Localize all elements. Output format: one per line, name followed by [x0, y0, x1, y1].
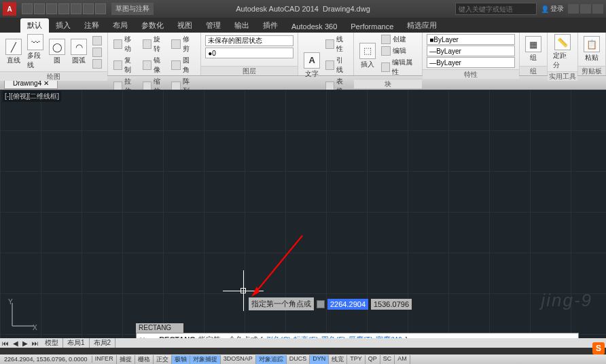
layout-nav-last[interactable]: ⏭: [30, 340, 41, 347]
tab-view[interactable]: 视图: [171, 18, 199, 33]
status-toggle-栅格[interactable]: 栅格: [135, 355, 154, 364]
workspace-dropdown[interactable]: 草图与注释: [111, 3, 154, 15]
lineweight-dropdown[interactable]: — ByLayer: [427, 46, 515, 56]
svg-text:X: X: [33, 324, 37, 331]
create-block-icon: [381, 35, 391, 44]
text-icon: A: [304, 52, 320, 69]
panel-layers-title[interactable]: 图层: [201, 66, 298, 75]
arc-button[interactable]: ◠圆弧: [69, 39, 88, 65]
circle-button[interactable]: ◯圆: [48, 39, 67, 65]
block-edit-button[interactable]: 编辑: [380, 46, 418, 56]
dim-icon: [325, 39, 334, 49]
tab-layout[interactable]: 布局: [106, 18, 135, 33]
title-bar: A 草图与注释 Autodesk AutoCAD 2014 Drawing4.d…: [0, 0, 606, 18]
copy-button[interactable]: 复制: [112, 55, 139, 75]
trim-button[interactable]: 修剪: [170, 34, 196, 54]
qat-saveas-icon[interactable]: [58, 3, 69, 14]
polyline-button[interactable]: 〰多段线: [26, 34, 45, 70]
maximize-button[interactable]: [580, 4, 591, 14]
layout-nav-first[interactable]: ⏮: [0, 340, 11, 347]
status-toggle-对象捕捉[interactable]: 对象捕捉: [190, 355, 221, 364]
dynamic-input-y[interactable]: 1536.0796: [371, 299, 412, 310]
qat-open-icon[interactable]: [34, 3, 45, 14]
tab-parametric[interactable]: 参数化: [135, 18, 171, 33]
close-button[interactable]: [592, 4, 603, 14]
layout-nav-prev[interactable]: ◀: [11, 340, 20, 347]
down-arrow-icon[interactable]: [317, 300, 325, 308]
status-toggle-ducs[interactable]: DUCS: [287, 355, 310, 364]
panel-block-title[interactable]: 块: [354, 79, 422, 88]
status-toggle-正交[interactable]: 正交: [154, 355, 172, 364]
qat-redo-icon[interactable]: [95, 3, 106, 14]
login-button[interactable]: 👤登录: [541, 4, 564, 14]
tab-plugins[interactable]: 插件: [256, 18, 285, 33]
status-toggle-线宽[interactable]: 线宽: [329, 355, 347, 364]
dim-linear-button[interactable]: 线性: [324, 34, 349, 54]
mirror-button[interactable]: 镜像: [141, 55, 168, 75]
layout-nav-next[interactable]: ▶: [20, 340, 30, 347]
svg-text:Y: Y: [8, 298, 13, 306]
panel-draw-title[interactable]: 绘图: [0, 71, 107, 81]
ime-indicator[interactable]: S: [592, 342, 605, 354]
fillet-icon: [171, 60, 180, 70]
status-toggle-am[interactable]: AM: [395, 355, 410, 364]
measure-button[interactable]: 📏定距分: [552, 34, 573, 70]
status-toggle-infer[interactable]: INFER: [92, 355, 117, 364]
draw-extra-1[interactable]: [91, 35, 103, 46]
tab-default[interactable]: 默认: [20, 18, 49, 33]
layer-dropdown[interactable]: ● 0: [205, 48, 293, 58]
panel-clipboard-title[interactable]: 剪贴板: [578, 66, 605, 75]
status-toggle-qp[interactable]: QP: [366, 355, 380, 364]
draw-extra-2[interactable]: [91, 47, 103, 58]
status-toggle-3dosnap[interactable]: 3DOSNAP: [221, 355, 256, 364]
fillet-button[interactable]: 圆角: [170, 55, 196, 75]
panel-utilities-title[interactable]: 实用工具: [548, 71, 577, 81]
minimize-button[interactable]: [568, 4, 579, 14]
ucs-icon[interactable]: XY: [7, 297, 41, 331]
block-create-button[interactable]: 创建: [380, 34, 418, 45]
status-toggle-sc[interactable]: SC: [380, 355, 395, 364]
tab-manage[interactable]: 管理: [199, 18, 228, 33]
drawing-area[interactable]: [-][俯视][二维线框] 指定第一个角点或 2264.2904 1536.07…: [0, 90, 606, 338]
qat-save-icon[interactable]: [46, 3, 57, 14]
insert-block-button[interactable]: ⬚插入: [358, 43, 377, 69]
status-coords[interactable]: 2264.2904, 1536.0796, 0.0000: [0, 356, 92, 363]
viewport-label[interactable]: [-][俯视][二维线框]: [3, 91, 61, 102]
paste-button[interactable]: 📋粘贴: [582, 36, 601, 62]
line-button[interactable]: ╱直线: [4, 39, 23, 65]
layer-state-dropdown[interactable]: 未保存的图层状态: [205, 35, 293, 46]
color-dropdown[interactable]: ■ ByLayer: [427, 34, 515, 45]
layout-model[interactable]: 模型: [41, 338, 63, 348]
tab-insert[interactable]: 插入: [49, 18, 77, 33]
panel-properties-title[interactable]: 特性: [423, 69, 519, 79]
qat-plot-icon[interactable]: [71, 3, 82, 14]
linetype-dropdown[interactable]: — ByLayer: [427, 57, 515, 68]
ribbon: ╱直线 〰多段线 ◯圆 ◠圆弧 绘图 移动 复制 拉伸 旋转 镜像 缩放: [0, 33, 606, 76]
layout-2[interactable]: 布局2: [90, 338, 116, 348]
block-attr-button[interactable]: 编辑属性: [380, 57, 418, 77]
draw-extra-3[interactable]: [91, 58, 103, 69]
tab-featured[interactable]: 精选应用: [400, 18, 444, 33]
leader-button[interactable]: 引线: [324, 55, 349, 75]
infocenter-search[interactable]: [455, 3, 537, 15]
app-menu-button[interactable]: A: [3, 2, 16, 16]
status-toggle-极轴[interactable]: 极轴: [172, 355, 190, 364]
status-toggle-tpy[interactable]: TPY: [347, 355, 366, 364]
tab-annotate[interactable]: 注释: [77, 18, 106, 33]
dynamic-input-x[interactable]: 2264.2904: [327, 299, 368, 310]
status-toggle-捕捉[interactable]: 捕捉: [117, 355, 135, 364]
text-button[interactable]: A文字: [302, 52, 321, 79]
panel-group-title[interactable]: 组: [520, 66, 547, 75]
status-toggle-对象追踪[interactable]: 对象追踪: [256, 355, 287, 364]
layout-1[interactable]: 布局1: [63, 338, 90, 348]
group-button[interactable]: ▦组: [524, 36, 543, 62]
qat-new-icon[interactable]: [22, 3, 33, 14]
status-toggle-dyn[interactable]: DYN: [310, 355, 329, 364]
tab-a360[interactable]: Autodesk 360: [285, 20, 344, 33]
tab-output[interactable]: 输出: [228, 18, 256, 33]
rotate-button[interactable]: 旋转: [141, 34, 168, 54]
move-button[interactable]: 移动: [112, 34, 139, 54]
command-history[interactable]: RECTANG: [136, 323, 183, 333]
tab-performance[interactable]: Performance: [344, 20, 400, 33]
qat-undo-icon[interactable]: [83, 3, 94, 14]
